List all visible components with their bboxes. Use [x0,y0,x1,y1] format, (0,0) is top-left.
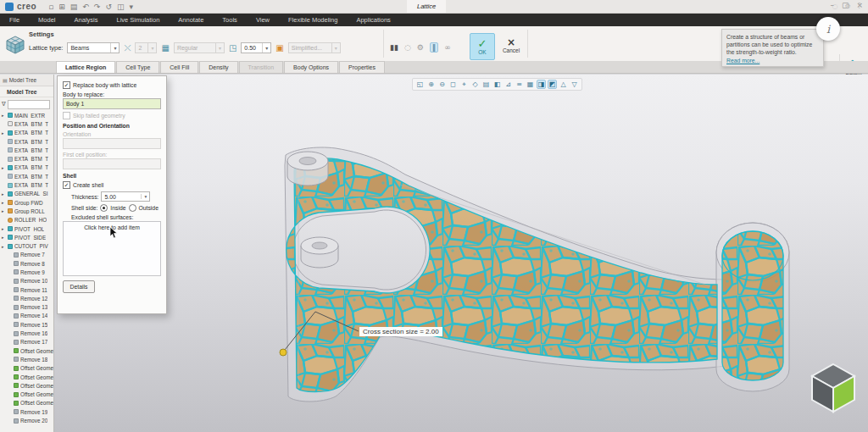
menu-item[interactable]: View [247,14,279,26]
quick-access-icon[interactable]: ↶ [82,1,89,13]
graphics-tool-icon[interactable]: ◇ [470,80,480,89]
tree-item[interactable]: Remove 8 [0,259,53,268]
tree-item[interactable]: EXTA_BTM_T [0,137,53,146]
expand-arrow-icon[interactable]: ▸ [2,200,6,205]
tree-item[interactable]: Remove 20 [0,416,53,424]
expand-arrow-icon[interactable]: ▸ [2,244,6,249]
tree-item[interactable]: ▸ EXTA_BTM_T [0,129,53,137]
tree-item[interactable]: ▸ MAIN_EXTR [0,111,53,119]
tree-item[interactable]: Remove 17 [0,338,53,346]
tree-item[interactable]: ▸ Group ROLL [0,207,53,215]
expand-arrow-icon[interactable]: ▸ [2,208,6,213]
tree-item[interactable]: Remove 9 [0,268,53,276]
tree-item[interactable]: Remove 14 [0,312,53,320]
cross-section-combo[interactable]: 0.50 ▾ [241,42,271,53]
graphics-tool-icon[interactable]: ◨ [537,80,546,89]
tree-item[interactable]: Remove 12 [0,294,53,302]
expand-arrow-icon[interactable]: ▸ [2,226,6,231]
menu-item[interactable]: Applications [347,14,399,26]
create-shell-checkbox[interactable]: ✓ [63,181,70,189]
tree-item[interactable]: Remove 10 [0,277,53,285]
tree-item[interactable]: Remove 18 [0,355,53,363]
tree-item[interactable]: Offset Geometry 3 [0,346,53,355]
expand-arrow-icon[interactable]: ▸ [2,113,6,118]
tree-item[interactable]: Remove 7 [0,251,53,259]
feature-tool-icon[interactable]: ⚙ [417,43,424,52]
replace-body-checkbox[interactable]: ✓ [63,81,70,89]
read-more-link[interactable]: Read more... [726,58,760,64]
dashboard-tab[interactable]: Density [199,61,237,73]
info-icon[interactable]: i [816,17,840,41]
menu-item[interactable]: Flexible Modeling [279,14,347,26]
quick-access-icon[interactable]: ▫ [48,1,53,13]
tree-item[interactable]: ▸ PIVOT_HOL [0,224,53,233]
graphics-tool-icon[interactable]: ◩ [548,80,557,89]
quick-access-icon[interactable]: ◫ [117,1,125,13]
graphics-tool-icon[interactable]: ≡ [515,80,524,89]
menubar-icon[interactable]: ? [858,3,861,10]
tree-item[interactable]: ▸ GENERAL_SI [0,190,53,198]
tree-item[interactable]: EXTA_BTM_T [0,146,53,154]
tree-item[interactable]: Remove 19 [0,407,53,416]
feature-tool-icon[interactable]: ∥ [430,42,439,53]
graphics-tool-icon[interactable]: ◱ [415,80,425,89]
graphics-tool-icon[interactable]: ▦ [526,80,535,89]
graphics-tool-icon[interactable]: ▤ [481,80,491,89]
tree-item[interactable]: Remove 15 [0,320,53,329]
tree-item[interactable]: ▸ Group FWD [0,198,53,207]
graphics-tool-icon[interactable]: ▽ [570,80,579,89]
menubar-icon[interactable]: ◌ [832,3,838,10]
tree-item[interactable]: EXTA_BTM_T [0,119,53,128]
dashboard-tab[interactable]: Cell Fill [160,61,198,73]
feature-tool-icon[interactable]: ▮▮ [390,43,398,52]
menubar-icon[interactable]: ⚙ [845,3,851,10]
excluded-surfaces-listbox[interactable]: Click here to add item [63,221,161,276]
menu-item[interactable]: Analysis [65,14,108,26]
tree-item[interactable]: Remove 13 [0,303,53,312]
expand-arrow-icon[interactable]: ▸ [2,191,6,197]
graphics-tool-icon[interactable]: △ [559,80,568,89]
graphics-tool-icon[interactable]: ◻ [448,80,458,89]
lattice-type-dropdown[interactable]: Beams ▾ [67,42,120,53]
quick-access-icon[interactable]: ⊞ [58,1,65,13]
tree-item[interactable]: Offset Geometry 5 [0,373,53,381]
outside-radio[interactable] [129,204,136,212]
dashboard-tab[interactable]: Properties [339,61,385,73]
menu-item[interactable]: Model [29,14,64,26]
tree-item[interactable]: Offset Geometry 8 [0,399,53,407]
dashboard-tab[interactable]: Body Options [284,61,338,73]
quick-access-icon[interactable]: ▤ [70,1,78,13]
feature-tool-icon[interactable]: ◌ [404,43,411,52]
tree-item[interactable]: ROLLER_HO [0,216,53,224]
menu-item[interactable]: Tools [213,14,247,26]
tree-item[interactable]: EXTA_BTM_T [0,180,53,189]
quick-access-icon[interactable]: ↷ [94,1,101,13]
tree-item[interactable]: Remove 16 [0,329,53,337]
inside-radio[interactable] [100,204,108,212]
details-button[interactable]: Details [63,280,95,293]
dashboard-tab[interactable]: Cell Type [116,61,159,73]
graphics-tool-icon[interactable]: ◧ [492,80,502,89]
menu-item[interactable]: Annotate [169,14,213,26]
graphics-area[interactable]: ◱⊕⊖◻⌖◇▤◧⊿≡▦◨◩△▽ Cross section size = 2.0… [53,75,868,432]
thickness-combo[interactable]: 5.00 ▾ [101,191,150,202]
tree-item[interactable]: EXTA_BTM_T [0,154,53,163]
feature-tool-icon[interactable]: ∞ [444,43,451,52]
menu-item[interactable]: File [0,14,29,26]
quick-access-icon[interactable]: ▾ [129,1,133,13]
menu-item[interactable]: Live Simulation [107,14,169,26]
ok-button[interactable]: ✓ OK [470,33,495,60]
model-tree-pane-header[interactable]: ▤ Model Tree [0,75,53,86]
dashboard-tab[interactable]: Transition [239,61,283,73]
tree-item[interactable]: Remove 11 [0,285,53,294]
tab-lattice-active[interactable]: Lattice [407,0,446,13]
graphics-tool-icon[interactable]: ⊕ [426,80,436,89]
tree-item[interactable]: ▸ PIVOT_SIDE [0,233,53,241]
dashboard-tab[interactable]: Lattice Region [56,61,115,73]
tree-item[interactable]: ▸ EXTA_BTM_T [0,163,53,172]
expand-arrow-icon[interactable]: ▸ [2,130,6,136]
tree-item[interactable]: Offset Geometry 7 [0,390,53,399]
cross-section-size-annotation[interactable]: Cross section size = 2.00 [359,327,442,336]
expand-arrow-icon[interactable]: ▸ [2,235,6,240]
tree-item[interactable]: EXTA_BTM_T [0,172,53,180]
